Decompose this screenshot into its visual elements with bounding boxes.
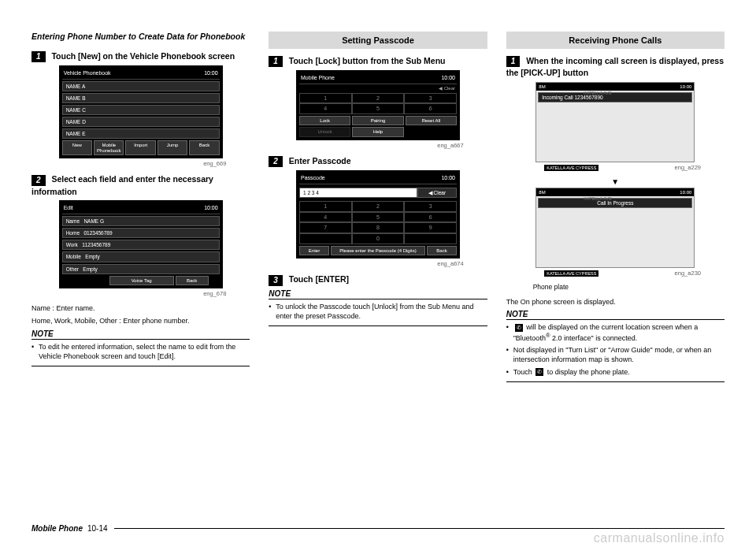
step-1-2: 2 Select each field and enter the necess… [32, 173, 250, 197]
prompt: Please enter the Passcode (4 Digits) [331, 246, 425, 256]
btn: Unlock [299, 127, 350, 137]
field-row: Mobile Empty [62, 251, 220, 262]
note-item: To edit he entered information, select t… [32, 342, 250, 361]
btn: Help [352, 127, 403, 137]
list-item: NAME C [62, 105, 220, 115]
divider [32, 366, 250, 366]
section-passcode: Setting Passcode [269, 32, 487, 49]
btn: Voice Tag [109, 276, 174, 286]
step-text: Enter Passcode [289, 156, 351, 166]
incoming-call-bar: Incoming Call 1234567890 [538, 92, 692, 102]
down-arrow-icon: ▼ [506, 177, 724, 186]
step-num-icon: 3 [269, 275, 283, 286]
image-id: eng_669 [32, 160, 226, 167]
desc: The On phone screen is displayed. [506, 297, 724, 307]
vehicle-phonebook-screen: Vehicle Phonebook 10:00 NAME A NAME B NA… [59, 65, 223, 159]
btn: Lock [299, 116, 350, 126]
field-row: Home 0123456789 [62, 228, 220, 238]
note-heading: NOTE [269, 289, 487, 299]
step-text: When the incoming call screen is display… [506, 56, 724, 77]
footer-section: Mobile Phone [32, 524, 87, 533]
note-item: Touch ✆ to display the phone plate. [506, 367, 724, 377]
image-id: eng_a667 [269, 142, 463, 149]
image-id: eng_a674 [269, 260, 463, 267]
step-2-3: 3 Touch [ENTER] [269, 273, 487, 285]
btn: Back [427, 246, 457, 256]
incoming-call-screen: 8M10:00 Incoming Call 1234567890 KATELLA… [536, 82, 695, 162]
phone-icon: ✆ [536, 368, 543, 376]
list-item: NAME D [62, 117, 220, 127]
field-row: Other Empty [62, 264, 220, 274]
step-2-2: 2 Enter Passcode [269, 155, 487, 167]
list-item: NAME A [62, 81, 220, 91]
watermark: carmanualsonline.info [594, 531, 724, 545]
clear-button: ◀ Clear [417, 188, 457, 198]
screen-time: 10:00 [204, 205, 218, 211]
edit-screen: Edit 10:00 Name NAME G Home 0123456789 W… [59, 200, 223, 288]
step-text: Touch [New] on the Vehicle Phonebook scr… [51, 51, 235, 61]
note-heading: NOTE [32, 329, 250, 340]
passcode-screen: Passcode 10:00 1 2 3 4 ◀ Clear 123 456 7… [296, 170, 460, 259]
footer-rule [114, 528, 724, 529]
btn: Jump [158, 140, 187, 155]
desc: Home, Work, Mobile, Other : Enter phone … [32, 316, 250, 326]
screen-title: Mobile Phone [301, 75, 335, 81]
column-3: Receiving Phone Calls 1 When the incomin… [506, 32, 724, 382]
image-id: eng_a229 [506, 164, 701, 171]
step-num-icon: 2 [269, 156, 283, 167]
subhead-phonebook: Entering Phone Number to Create Data for… [32, 32, 250, 43]
step-num-icon: 1 [32, 51, 46, 62]
street-label: KATELLA AVE [584, 91, 611, 95]
field-row: Work 1123456789 [62, 240, 220, 250]
list-item: NAME B [62, 93, 220, 103]
call-progress-bar: Call In Progress [538, 198, 692, 208]
btn: Reset All [406, 116, 457, 126]
column-1: Entering Phone Number to Create Data for… [32, 32, 250, 382]
screen-time: 10:00 [204, 70, 218, 76]
screen-title: Passcode [301, 175, 325, 181]
desc: Name : Enter name. [32, 303, 250, 313]
note-item: ✆ will be displayed on the current locat… [506, 322, 724, 343]
screen-time: 10:00 [441, 175, 455, 181]
call-in-progress-screen: 8M10:00 Call In Progress KATELLA AVE KAT… [536, 188, 695, 268]
step-1-1: 1 Touch [New] on the Vehicle Phonebook s… [32, 50, 250, 62]
step-text: Touch [ENTER] [289, 274, 349, 284]
screen-time: 10:00 [441, 75, 455, 81]
screen-title: Edit [64, 205, 73, 211]
screen-title: Vehicle Phonebook [64, 70, 111, 76]
section-receiving: Receiving Phone Calls [506, 32, 724, 49]
note-heading: NOTE [506, 310, 724, 320]
sub-menu-screen: Mobile Phone 10:00 ◀ Clear 123 456 Lock … [296, 70, 460, 140]
field-row: Name NAME G [62, 216, 220, 226]
btn: Mobile Phonebook [94, 140, 124, 155]
divider [269, 326, 487, 326]
step-2-1: 1 Touch [Lock] button from the Sub Menu [269, 55, 487, 67]
clear-button: ◀ Clear [299, 84, 457, 93]
column-2: Setting Passcode 1 Touch [Lock] button f… [269, 32, 487, 382]
btn: Pairing [352, 116, 403, 126]
list-item: NAME E [62, 128, 220, 139]
divider [506, 381, 724, 382]
passcode-entry: 1 2 3 4 [299, 188, 417, 198]
step-num-icon: 1 [269, 56, 283, 67]
step-num-icon: 1 [506, 56, 521, 67]
phone-icon: ✆ [515, 324, 523, 332]
btn: Enter [299, 246, 329, 256]
image-id: eng_678 [32, 290, 226, 297]
street-label: KATELLA AVE [584, 196, 611, 201]
footer-page: 10-14 [87, 524, 114, 533]
street-label: KATELLA AVE CYPRESS [544, 270, 598, 277]
phone-plate-label: Phone plate [533, 283, 724, 291]
step-num-icon: 2 [32, 175, 46, 186]
btn: Back [189, 140, 219, 155]
btn: Back [176, 276, 209, 286]
note-item: Not displayed in "Turn List" or "Arrow G… [506, 345, 724, 364]
street-label: KATELLA AVE CYPRESS [544, 165, 598, 171]
note-item: To unlock the Passcode touch [Unlock] fr… [269, 302, 487, 321]
step-text: Touch [Lock] button from the Sub Menu [289, 56, 446, 65]
step-3-1: 1 When the incoming call screen is displ… [506, 55, 724, 79]
btn: Import [125, 140, 155, 155]
step-text: Select each field and enter the necessar… [32, 174, 213, 195]
btn: New [62, 140, 92, 155]
image-id: eng_a230 [506, 270, 701, 277]
